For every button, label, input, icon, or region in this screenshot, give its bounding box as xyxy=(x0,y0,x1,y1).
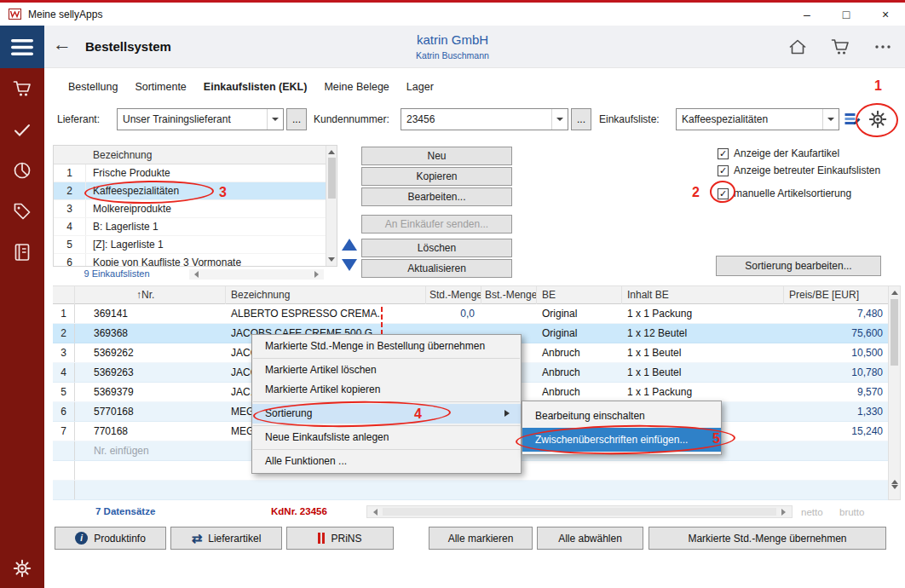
button-label: Alle markieren xyxy=(448,533,514,545)
table-scrollbar[interactable] xyxy=(888,285,901,500)
sortierung-bearbeiten-button[interactable]: Sortierung bearbeiten... xyxy=(716,256,881,276)
sidebar-check-icon[interactable] xyxy=(12,119,32,140)
menu-item-sortierung[interactable]: Sortierung xyxy=(252,404,521,424)
kundennummer-label: Kundennummer: xyxy=(314,113,389,125)
checkbox-box[interactable]: ✓ xyxy=(718,188,729,199)
scroll-down-icon[interactable] xyxy=(326,255,337,266)
cell-num: 1 xyxy=(53,304,75,323)
tab-lager[interactable]: Lager xyxy=(406,81,434,93)
aktualisieren-button[interactable]: Aktualisieren xyxy=(361,259,512,278)
netto-toggle[interactable]: netto xyxy=(801,507,823,517)
kundennummer-dropdown[interactable]: 23456 xyxy=(401,108,568,130)
tab-meine-belege[interactable]: Meine Belege xyxy=(324,81,389,93)
tab-bestellung[interactable]: Bestellung xyxy=(68,81,118,93)
back-button[interactable]: ← xyxy=(53,33,72,55)
scrollbar-thumb[interactable] xyxy=(891,299,898,366)
an-einkäufer-senden-button[interactable]: An Einkäufer senden... xyxy=(361,215,512,233)
maximize-button[interactable]: □ xyxy=(827,3,866,26)
checkbox-anzeige-betreuter-einkaufslisten[interactable]: ✓Anzeige betreuter Einkaufslisten xyxy=(718,164,880,177)
menu-item-alle-funktionen[interactable]: Alle Funktionen ... xyxy=(252,452,521,471)
alle-abwählen-button[interactable]: Alle abwählen xyxy=(537,527,643,550)
tab-sortimente[interactable]: Sortimente xyxy=(135,81,186,93)
sidebar-tag-icon[interactable] xyxy=(12,201,32,222)
checkbox-anzeige-der-kaufartikel[interactable]: ✓Anzeige der Kaufartikel xyxy=(718,147,839,160)
list-name: B: Lagerliste 1 xyxy=(86,221,159,233)
table-row-empty-9[interactable] xyxy=(53,481,888,500)
ekl-row-frische-produkte[interactable]: 1Frische Produkte xyxy=(54,164,337,182)
ekl-row-kaffeespezialitäten[interactable]: 2Kaffeespezialitäten xyxy=(54,182,337,200)
checkbox-box[interactable]: ✓ xyxy=(718,148,729,159)
menu-item-markierte-std-menge-in-bestellung-übernehmen[interactable]: Markierte Std.-Menge in Bestellung übern… xyxy=(252,337,521,356)
sidebar-piechart-icon[interactable] xyxy=(12,160,32,181)
sidebar-book-icon[interactable] xyxy=(12,242,32,262)
kundennummer-more-button[interactable]: ... xyxy=(571,108,591,130)
settings-gear-icon[interactable] xyxy=(868,109,888,130)
sidebar-cart-icon[interactable] xyxy=(12,78,32,99)
home-icon[interactable] xyxy=(787,37,808,57)
edit-list-icon[interactable] xyxy=(844,111,861,128)
submenu-item-zwischenüberschriften-einfügen[interactable]: Zwischenüberschriften einfügen... xyxy=(522,428,721,452)
neu-button[interactable]: Neu xyxy=(361,147,512,165)
header-inhalt-be[interactable]: Inhalt BE xyxy=(622,286,784,304)
scroll-up-icon[interactable] xyxy=(889,286,900,297)
move-up-button[interactable] xyxy=(342,239,357,251)
minimize-button[interactable]: – xyxy=(787,3,827,26)
close-button[interactable]: × xyxy=(866,3,905,26)
ekl-row-kopie-von-kaufliste-3-vormonate[interactable]: 6Kopie von Kaufliste 3 Vormonate xyxy=(54,254,337,267)
list-horizontal-scrollbar[interactable] xyxy=(189,269,324,280)
header-preis[interactable]: Preis/BE [EUR] xyxy=(784,286,888,304)
hamburger-menu-button[interactable] xyxy=(0,26,44,68)
cell-be xyxy=(537,481,622,499)
move-down-button[interactable] xyxy=(342,259,357,271)
sidebar-settings-icon[interactable] xyxy=(12,558,32,579)
menu-item-markierte-artikel-kopieren[interactable]: Markierte Artikel kopieren xyxy=(252,380,521,400)
checkbox-box[interactable]: ✓ xyxy=(718,165,729,176)
scroll-right-icon[interactable] xyxy=(314,271,322,278)
list-scrollbar[interactable] xyxy=(326,146,337,266)
tab-einkaufslisten-ekl[interactable]: Einkaufslisten (EKL) xyxy=(204,81,308,93)
chevron-down-icon[interactable] xyxy=(551,109,568,130)
alle-markieren-button[interactable]: Alle markieren xyxy=(429,527,533,550)
ekl-row-z-lagerliste-1[interactable]: 5[Z]: Lagerliste 1 xyxy=(54,236,337,254)
ekl-row-molkereiprodukte[interactable]: 3Molkereiprodukte xyxy=(54,200,337,218)
more-options-icon[interactable] xyxy=(873,37,893,57)
cell-num: 5 xyxy=(53,383,75,401)
scroll-left-icon[interactable] xyxy=(370,509,378,516)
cart-icon[interactable] xyxy=(830,37,850,57)
menu-item-neue-einkaufsliste-anlegen[interactable]: Neue Einkaufsliste anlegen xyxy=(252,428,521,447)
prins-button[interactable]: PRiNS xyxy=(286,527,394,550)
header-std-menge[interactable]: Std.-Menge xyxy=(426,286,481,304)
löschen-button[interactable]: Löschen xyxy=(361,239,512,257)
checkbox-manuelle-artikelsortierung[interactable]: ✓manuelle Artikelsortierung xyxy=(718,187,851,200)
scroll-left-icon[interactable] xyxy=(191,271,199,278)
scroll-up-icon[interactable] xyxy=(326,146,337,157)
scroll-sizer-icon[interactable] xyxy=(889,476,900,493)
lieferant-dropdown[interactable]: Unser Trainingslieferant xyxy=(117,108,284,130)
produktinfo-button[interactable]: iProduktinfo xyxy=(55,527,166,550)
scrollbar-thumb[interactable] xyxy=(383,508,776,516)
header-bezeichnung[interactable]: Bezeichnung xyxy=(226,286,426,304)
lieferant-more-button[interactable]: ... xyxy=(286,108,307,130)
chevron-down-icon[interactable] xyxy=(822,109,839,130)
kopieren-button[interactable]: Kopieren xyxy=(361,167,512,186)
submenu-item-bearbeitung-einschalten[interactable]: Bearbeitung einschalten xyxy=(522,404,721,428)
filter-bar: Lieferant: Unser Trainingslieferant ... … xyxy=(53,107,898,133)
header-bst-menge[interactable]: Bst.-Menge xyxy=(481,286,537,304)
annotation-number-1: 1 xyxy=(874,78,882,94)
header-be[interactable]: BE xyxy=(537,286,622,304)
header-nr[interactable]: ↑Nr. xyxy=(75,286,226,304)
lieferartikel-button[interactable]: ⇄Lieferartikel xyxy=(170,527,282,550)
table-horizontal-scrollbar[interactable] xyxy=(366,505,793,518)
bearbeiten-button[interactable]: Bearbeiten... xyxy=(361,187,512,206)
brutto-toggle[interactable]: brutto xyxy=(839,507,864,517)
table-row-369141[interactable]: 1369141ALBERTO ESPRESSO CREMA..0,0Origin… xyxy=(53,304,888,324)
ekl-row-b-lagerliste-1[interactable]: 4B: Lagerliste 1 xyxy=(54,218,337,236)
transfer-icon: ⇄ xyxy=(192,532,203,545)
markierte-std-menge-übernehmen-button[interactable]: Markierte Std.-Menge übernehmen xyxy=(648,527,886,550)
record-count: 7 Datensätze xyxy=(95,506,155,516)
menu-item-markierte-artikel-löschen[interactable]: Markierte Artikel löschen xyxy=(252,360,521,380)
scrollbar-thumb[interactable] xyxy=(328,158,336,199)
scroll-right-icon[interactable] xyxy=(781,509,789,516)
chevron-down-icon[interactable] xyxy=(267,109,283,130)
einkaufsliste-dropdown[interactable]: Kaffeespezialitäten xyxy=(676,108,839,130)
